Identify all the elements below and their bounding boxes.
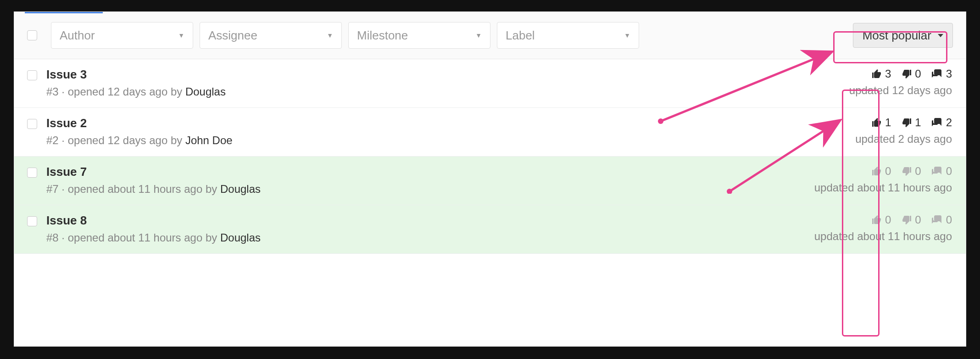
issue-title[interactable]: Issue 7 (46, 165, 814, 179)
issues-list: Issue 3 #3 · opened 12 days ago by Dougl… (14, 59, 966, 254)
milestone-filter-label: Milestone (357, 28, 408, 43)
thumbs-down-icon (901, 166, 912, 177)
issue-meta-prefix: #8 · opened about 11 hours ago by (46, 231, 220, 244)
issue-stats: 0 0 0 (871, 213, 952, 226)
upvote-count: 3 (885, 67, 891, 80)
thumbs-up-icon (871, 166, 882, 177)
issue-title[interactable]: Issue 8 (46, 213, 814, 228)
thumbs-up-icon (871, 117, 882, 128)
downvote-count: 0 (915, 213, 921, 226)
issue-author[interactable]: Douglas (220, 231, 261, 244)
select-all-checkbox[interactable] (27, 30, 37, 40)
downvote-count: 1 (915, 116, 921, 129)
downvote-stat[interactable]: 0 (901, 67, 921, 80)
upvote-stat[interactable]: 3 (871, 67, 891, 80)
active-tab-indicator (25, 11, 103, 13)
thumbs-down-icon (901, 117, 912, 128)
comments-stat[interactable]: 2 (931, 116, 952, 129)
upvote-count: 1 (885, 116, 891, 129)
comments-icon (931, 214, 943, 225)
downvote-stat[interactable]: 0 (901, 213, 921, 226)
upvote-stat[interactable]: 0 (871, 165, 891, 178)
assignee-filter-dropdown[interactable]: Assignee ▼ (200, 22, 342, 49)
chevron-down-icon: ▼ (475, 32, 482, 39)
issue-checkbox[interactable] (27, 216, 37, 226)
issue-meta: #8 · opened about 11 hours ago by Dougla… (46, 231, 814, 244)
thumbs-up-icon (871, 68, 882, 79)
chevron-down-icon: ▼ (178, 32, 184, 39)
comments-count: 3 (946, 67, 952, 80)
issues-panel: Author ▼ Assignee ▼ Milestone ▼ Label ▼ … (14, 11, 966, 347)
comments-stat[interactable]: 3 (931, 67, 952, 80)
label-filter-dropdown[interactable]: Label ▼ (497, 22, 639, 49)
comments-count: 0 (946, 213, 952, 226)
issue-row[interactable]: Issue 3 #3 · opened 12 days ago by Dougl… (14, 59, 966, 108)
downvote-stat[interactable]: 0 (901, 165, 921, 178)
sort-dropdown[interactable]: Most popular (853, 23, 953, 48)
issue-checkbox[interactable] (27, 70, 37, 80)
comments-stat[interactable]: 0 (931, 213, 952, 226)
milestone-filter-dropdown[interactable]: Milestone ▼ (348, 22, 490, 49)
issue-checkbox[interactable] (27, 119, 37, 129)
issue-stats: 3 0 3 (871, 67, 952, 80)
comments-icon (931, 117, 943, 128)
comments-count: 0 (946, 165, 952, 178)
caret-down-icon (938, 34, 943, 37)
issue-checkbox[interactable] (27, 168, 37, 178)
issue-row[interactable]: Issue 8 #8 · opened about 11 hours ago b… (14, 205, 966, 254)
downvote-count: 0 (915, 67, 921, 80)
issue-updated: updated about 11 hours ago (814, 181, 952, 194)
upvote-count: 0 (885, 213, 891, 226)
issue-meta-prefix: #2 · opened 12 days ago by (46, 134, 185, 146)
issue-author[interactable]: Douglas (185, 85, 226, 98)
issue-meta: #2 · opened 12 days ago by John Doe (46, 134, 855, 147)
issue-stats: 0 0 0 (871, 165, 952, 178)
issue-author[interactable]: Douglas (220, 183, 261, 195)
issue-updated: updated 2 days ago (855, 133, 952, 146)
issue-title[interactable]: Issue 3 (46, 67, 849, 82)
upvote-stat[interactable]: 0 (871, 213, 891, 226)
upvote-count: 0 (885, 165, 891, 178)
chevron-down-icon: ▼ (624, 32, 630, 39)
issue-meta: #7 · opened about 11 hours ago by Dougla… (46, 183, 814, 196)
downvote-count: 0 (915, 165, 921, 178)
issue-row[interactable]: Issue 2 #2 · opened 12 days ago by John … (14, 108, 966, 157)
issue-title[interactable]: Issue 2 (46, 116, 855, 130)
downvote-stat[interactable]: 1 (901, 116, 921, 129)
filter-bar: Author ▼ Assignee ▼ Milestone ▼ Label ▼ … (14, 12, 966, 59)
comments-count: 2 (946, 116, 952, 129)
issue-meta: #3 · opened 12 days ago by Douglas (46, 85, 849, 98)
author-filter-dropdown[interactable]: Author ▼ (51, 22, 193, 49)
upvote-stat[interactable]: 1 (871, 116, 891, 129)
thumbs-down-icon (901, 68, 912, 79)
comments-icon (931, 68, 943, 79)
assignee-filter-label: Assignee (208, 28, 257, 43)
sort-label: Most popular (863, 28, 931, 43)
comments-icon (931, 166, 943, 177)
issue-updated: updated 12 days ago (849, 84, 952, 97)
issue-updated: updated about 11 hours ago (814, 230, 952, 243)
chevron-down-icon: ▼ (327, 32, 333, 39)
comments-stat[interactable]: 0 (931, 165, 952, 178)
thumbs-down-icon (901, 214, 912, 225)
issue-stats: 1 1 2 (871, 116, 952, 129)
author-filter-label: Author (60, 28, 95, 43)
issue-meta-prefix: #7 · opened about 11 hours ago by (46, 183, 220, 195)
issue-author[interactable]: John Doe (185, 134, 233, 146)
thumbs-up-icon (871, 214, 882, 225)
label-filter-label: Label (506, 28, 535, 43)
issue-row[interactable]: Issue 7 #7 · opened about 11 hours ago b… (14, 157, 966, 205)
issue-meta-prefix: #3 · opened 12 days ago by (46, 85, 185, 98)
